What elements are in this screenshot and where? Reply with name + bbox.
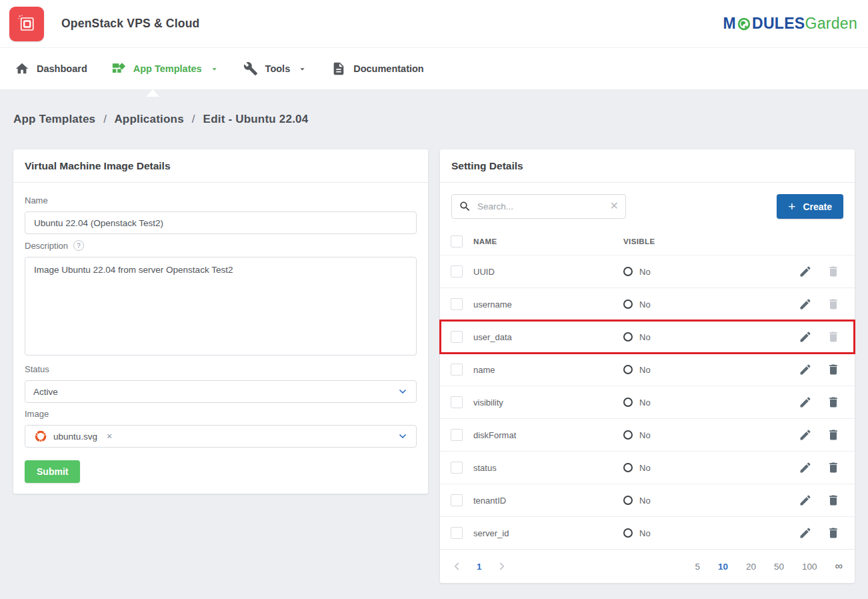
delete-button[interactable]	[819, 361, 848, 378]
row-checkbox[interactable]	[451, 527, 463, 539]
create-button[interactable]: + Create	[777, 194, 843, 219]
page-size-10[interactable]: 10	[718, 562, 728, 572]
table-row: status No	[440, 451, 855, 484]
radio-unchecked-icon[interactable]	[623, 267, 633, 276]
table-row: UUID No	[440, 255, 855, 287]
description-textarea[interactable]: Image Ubuntu 22.04 from server Openstack…	[25, 257, 417, 356]
edit-button[interactable]	[792, 328, 819, 346]
radio-unchecked-icon[interactable]	[623, 430, 633, 440]
pencil-icon	[799, 461, 812, 474]
trash-icon	[827, 526, 840, 540]
trash-icon	[827, 396, 840, 409]
delete-button[interactable]	[819, 328, 848, 346]
trash-icon	[827, 330, 840, 344]
edit-button[interactable]	[792, 361, 819, 378]
nav-item-tools[interactable]: Tools	[243, 61, 308, 76]
breadcrumb: App Templates / Applications / Edit - Ub…	[13, 113, 855, 126]
breadcrumb-separator: /	[192, 113, 195, 125]
brand-garden: Garden	[805, 15, 857, 33]
edit-button[interactable]	[792, 492, 819, 509]
page-size-100[interactable]: 100	[802, 562, 817, 572]
page-size-infinity[interactable]: ∞	[835, 560, 843, 572]
delete-button[interactable]	[819, 459, 848, 476]
edit-button[interactable]	[792, 459, 819, 476]
row-name: UUID	[473, 267, 623, 277]
wrench-icon	[243, 61, 258, 76]
document-icon	[331, 61, 346, 76]
radio-unchecked-icon[interactable]	[623, 332, 633, 342]
page-size-20[interactable]: 20	[746, 562, 756, 572]
status-select[interactable]: Active	[25, 380, 417, 403]
nav-item-dashboard[interactable]: Dashboard	[15, 61, 87, 76]
row-checkbox[interactable]	[451, 462, 463, 474]
chevron-down-icon	[397, 386, 408, 397]
submit-button[interactable]: Submit	[25, 460, 80, 483]
visible-label: No	[639, 430, 651, 440]
row-checkbox[interactable]	[451, 429, 463, 441]
pencil-icon	[799, 330, 812, 344]
table-row: visibility No	[440, 386, 855, 418]
delete-button[interactable]	[819, 394, 848, 411]
radio-unchecked-icon[interactable]	[623, 463, 633, 472]
select-all-checkbox[interactable]	[451, 235, 463, 247]
search-clear-icon[interactable]: ✕	[610, 199, 619, 212]
prev-page-icon[interactable]	[451, 560, 463, 572]
image-chip: ubuntu.svg ×	[33, 429, 112, 444]
edit-button[interactable]	[792, 295, 819, 313]
name-input[interactable]	[25, 211, 417, 234]
nav-label-app-templates: App Templates	[133, 63, 202, 74]
delete-button[interactable]	[819, 524, 848, 542]
row-checkbox[interactable]	[451, 331, 463, 343]
row-name: server_id	[473, 528, 623, 538]
nav-item-documentation[interactable]: Documentation	[331, 61, 424, 76]
trash-icon	[827, 461, 840, 474]
delete-button[interactable]	[819, 492, 848, 509]
table-header-row: NAME VISIBLE	[440, 228, 855, 255]
settings-toolbar: ✕ + Create	[440, 183, 855, 228]
table-row: server_id No	[440, 516, 855, 549]
edit-button[interactable]	[792, 263, 819, 280]
breadcrumb-applications[interactable]: Applications	[114, 113, 183, 125]
row-checkbox[interactable]	[451, 396, 463, 408]
radio-unchecked-icon[interactable]	[623, 365, 633, 374]
row-checkbox[interactable]	[451, 265, 463, 277]
radio-unchecked-icon[interactable]	[623, 496, 633, 505]
visible-label: No	[639, 332, 651, 342]
radio-unchecked-icon[interactable]	[623, 528, 633, 538]
table-body: UUID No username No user_data No	[440, 255, 855, 549]
row-checkbox[interactable]	[451, 364, 463, 376]
radio-unchecked-icon[interactable]	[623, 398, 633, 407]
breadcrumb-app-templates[interactable]: App Templates	[13, 113, 95, 125]
delete-button[interactable]	[819, 295, 848, 313]
table-row: name No	[440, 353, 855, 386]
page-size-50[interactable]: 50	[774, 562, 784, 572]
radio-unchecked-icon[interactable]	[623, 300, 633, 309]
breadcrumb-separator: /	[103, 113, 107, 125]
image-select[interactable]: ubuntu.svg ×	[25, 425, 417, 448]
app-logo-icon	[9, 7, 44, 41]
edit-button[interactable]	[792, 426, 819, 444]
app-templates-grid-icon	[111, 61, 126, 76]
image-chip-label: ubuntu.svg	[53, 432, 97, 442]
status-field-label: Status	[25, 364, 417, 374]
help-icon[interactable]: ?	[73, 240, 84, 251]
row-checkbox[interactable]	[451, 298, 463, 310]
current-page-number[interactable]: 1	[477, 562, 482, 572]
page-size-5[interactable]: 5	[695, 562, 700, 572]
visible-label: No	[639, 365, 651, 375]
chip-remove-icon[interactable]: ×	[107, 431, 112, 442]
visible-label: No	[639, 496, 651, 506]
edit-button[interactable]	[792, 394, 819, 411]
delete-button[interactable]	[819, 426, 848, 444]
next-page-icon[interactable]	[496, 560, 508, 572]
row-checkbox[interactable]	[451, 494, 463, 506]
search-input[interactable]	[451, 194, 626, 219]
trash-icon	[827, 494, 840, 507]
visible-label: No	[639, 463, 651, 473]
edit-button[interactable]	[792, 524, 819, 542]
pencil-icon	[799, 526, 812, 540]
pencil-icon	[799, 363, 812, 376]
chevron-down-icon	[209, 64, 219, 74]
delete-button[interactable]	[819, 263, 848, 280]
nav-item-app-templates[interactable]: App Templates	[111, 61, 219, 76]
